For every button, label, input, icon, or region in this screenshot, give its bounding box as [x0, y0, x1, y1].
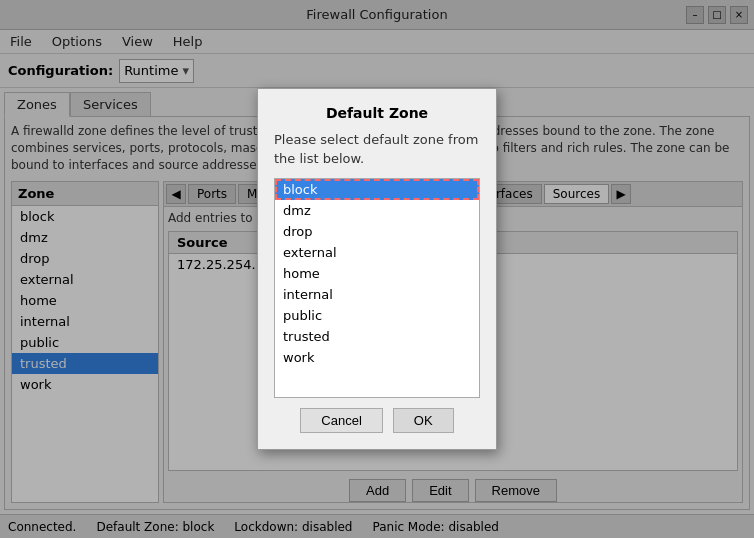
- modal-dialog: Default Zone Please select default zone …: [257, 88, 497, 449]
- modal-zone-list: block dmz drop external home internal pu…: [274, 178, 480, 398]
- modal-overlay: Default Zone Please select default zone …: [0, 0, 754, 538]
- modal-item-trusted[interactable]: trusted: [275, 326, 479, 347]
- modal-item-block[interactable]: block: [275, 179, 479, 200]
- modal-description: Please select default zone from the list…: [274, 131, 480, 167]
- modal-item-work[interactable]: work: [275, 347, 479, 368]
- modal-cancel-button[interactable]: Cancel: [300, 408, 382, 433]
- modal-item-drop[interactable]: drop: [275, 221, 479, 242]
- main-window: Firewall Configuration – □ × File Option…: [0, 0, 754, 538]
- modal-ok-button[interactable]: OK: [393, 408, 454, 433]
- modal-title: Default Zone: [274, 105, 480, 121]
- modal-item-dmz[interactable]: dmz: [275, 200, 479, 221]
- modal-item-public[interactable]: public: [275, 305, 479, 326]
- modal-item-external[interactable]: external: [275, 242, 479, 263]
- modal-item-home[interactable]: home: [275, 263, 479, 284]
- modal-item-internal[interactable]: internal: [275, 284, 479, 305]
- modal-buttons: Cancel OK: [274, 408, 480, 433]
